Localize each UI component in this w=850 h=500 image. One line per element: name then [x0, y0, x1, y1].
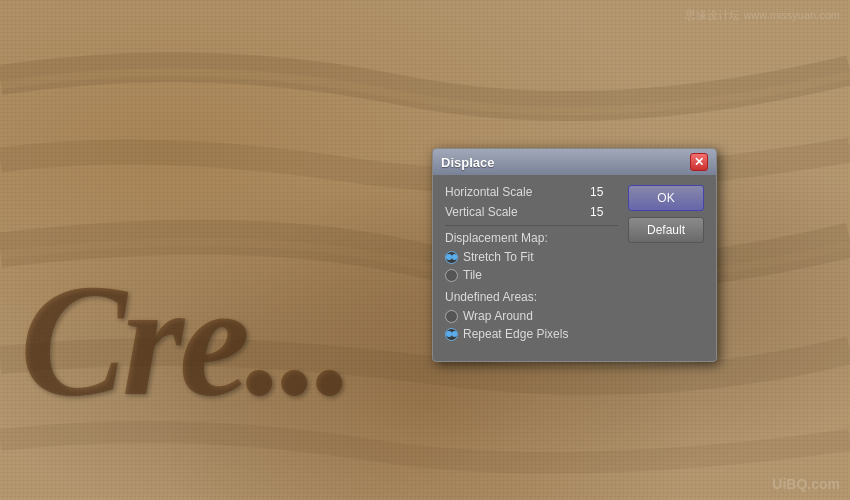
wrap-around-label: Wrap Around [463, 309, 533, 323]
dialog-titlebar: Displace ✕ [433, 149, 716, 175]
dialog-body: Horizontal Scale 15 Vertical Scale 15 Di… [433, 175, 716, 361]
watermark-bottom: UiBQ.com [772, 476, 840, 492]
wrap-around-option[interactable]: Wrap Around [445, 309, 618, 323]
horizontal-scale-row: Horizontal Scale 15 [445, 185, 618, 199]
repeat-edge-label: Repeat Edge Pixels [463, 327, 568, 341]
stretch-to-fit-label: Stretch To Fit [463, 250, 533, 264]
undefined-areas-options: Wrap Around Repeat Edge Pixels [445, 309, 618, 341]
dialog-title: Displace [441, 155, 494, 170]
ok-button[interactable]: OK [628, 185, 704, 211]
background-text: Cre... [20, 260, 350, 420]
displace-dialog: Displace ✕ Horizontal Scale 15 Vertical … [432, 148, 717, 362]
displacement-map-label: Displacement Map: [445, 231, 618, 245]
separator-1 [445, 225, 618, 226]
default-button[interactable]: Default [628, 217, 704, 243]
tile-option[interactable]: Tile [445, 268, 618, 282]
tile-label: Tile [463, 268, 482, 282]
vertical-scale-row: Vertical Scale 15 [445, 205, 618, 219]
vertical-scale-value[interactable]: 15 [590, 205, 618, 219]
vertical-scale-label: Vertical Scale [445, 205, 590, 219]
undefined-areas-label: Undefined Areas: [445, 290, 618, 304]
horizontal-scale-value[interactable]: 15 [590, 185, 618, 199]
watermark-top: 思缘设计坛 www.missyuan.com [685, 8, 840, 23]
horizontal-scale-label: Horizontal Scale [445, 185, 590, 199]
wrap-around-radio[interactable] [445, 310, 458, 323]
stretch-to-fit-option[interactable]: Stretch To Fit [445, 250, 618, 264]
stretch-to-fit-radio[interactable] [445, 251, 458, 264]
dialog-buttons: OK Default [628, 185, 704, 349]
dialog-controls: Horizontal Scale 15 Vertical Scale 15 Di… [445, 185, 618, 349]
close-button[interactable]: ✕ [690, 153, 708, 171]
repeat-edge-radio[interactable] [445, 328, 458, 341]
displacement-map-options: Stretch To Fit Tile [445, 250, 618, 282]
repeat-edge-option[interactable]: Repeat Edge Pixels [445, 327, 618, 341]
tile-radio[interactable] [445, 269, 458, 282]
